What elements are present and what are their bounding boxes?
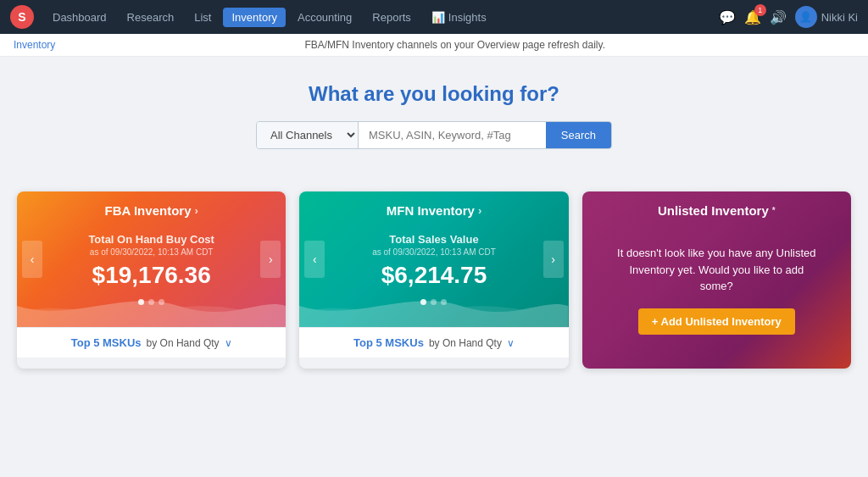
sidebar-item-list[interactable]: List bbox=[186, 8, 220, 27]
mfn-bottom-sub: by On Hand Qty bbox=[429, 337, 502, 349]
unlisted-card-top: Unlisted Inventory * It doesn't look lik… bbox=[582, 191, 851, 369]
search-input[interactable] bbox=[359, 122, 546, 148]
chart-icon: 📊 bbox=[431, 11, 445, 24]
chat-icon-button[interactable]: 💬 bbox=[719, 9, 736, 25]
fba-next-button[interactable]: › bbox=[260, 241, 281, 278]
add-unlisted-inventory-button[interactable]: + Add Unlisted Inventory bbox=[638, 308, 795, 335]
mfn-metric-label: Total Sales Value bbox=[389, 233, 478, 246]
nav-logo: S bbox=[10, 5, 34, 29]
main-content: What are you looking for? All Channels S… bbox=[0, 57, 868, 385]
channel-select[interactable]: All Channels bbox=[257, 122, 359, 148]
fba-bottom-sub: by On Hand Qty bbox=[147, 337, 220, 349]
fba-prev-button[interactable]: ‹ bbox=[22, 241, 42, 278]
sidebar-item-insights[interactable]: 📊 Insights bbox=[423, 8, 495, 27]
unlisted-card-title: Unlisted Inventory * bbox=[658, 203, 776, 218]
volume-icon: 🔊 bbox=[770, 10, 787, 25]
mfn-next-button[interactable]: › bbox=[543, 241, 564, 278]
avatar: 👤 bbox=[795, 6, 817, 28]
sidebar-item-dashboard[interactable]: Dashboard bbox=[44, 8, 115, 27]
mfn-metric-date: as of 09/30/2022, 10:13 AM CDT bbox=[372, 247, 496, 257]
unlisted-inventory-card: Unlisted Inventory * It doesn't look lik… bbox=[582, 191, 851, 369]
mfn-card-title[interactable]: MFN Inventory › bbox=[387, 203, 482, 218]
unlisted-description: It doesn't look like you have any Unlist… bbox=[613, 245, 821, 295]
fba-bottom-label: Top 5 MSKUs bbox=[71, 336, 142, 349]
cards-row: ‹ FBA Inventory › Total On Hand Buy Cost… bbox=[17, 191, 851, 369]
user-name: Nikki Ki bbox=[821, 11, 858, 24]
volume-button[interactable]: 🔊 bbox=[770, 9, 787, 25]
user-menu[interactable]: 👤 Nikki Ki bbox=[795, 6, 858, 28]
fba-card-bottom[interactable]: Top 5 MSKUs by On Hand Qty ∨ bbox=[17, 327, 286, 358]
fba-card-top: ‹ FBA Inventory › Total On Hand Buy Cost… bbox=[17, 191, 286, 327]
mfn-title-chevron-icon: › bbox=[478, 204, 481, 217]
nav-icons: 💬 🔔 1 🔊 👤 Nikki Ki bbox=[719, 6, 858, 28]
navbar: S Dashboard Research List Inventory Acco… bbox=[0, 0, 868, 34]
mfn-bottom-label: Top 5 MSKUs bbox=[353, 336, 424, 349]
sidebar-item-reports[interactable]: Reports bbox=[364, 8, 420, 27]
unlisted-superscript: * bbox=[772, 206, 776, 215]
fba-wave bbox=[17, 289, 286, 327]
fba-metric-label: Total On Hand Buy Cost bbox=[88, 233, 214, 246]
fba-card-title[interactable]: FBA Inventory › bbox=[105, 203, 198, 218]
subheader-notice: FBA/MFN Inventory channels on your Overv… bbox=[55, 39, 854, 51]
unlisted-body: It doesn't look like you have any Unlist… bbox=[596, 228, 837, 352]
search-bar: All Channels Search bbox=[256, 121, 612, 149]
sidebar-item-inventory[interactable]: Inventory bbox=[223, 8, 285, 27]
notification-button[interactable]: 🔔 1 bbox=[744, 9, 761, 25]
user-icon: 👤 bbox=[799, 11, 812, 23]
breadcrumb[interactable]: Inventory bbox=[14, 39, 55, 51]
mfn-metric-value: $6,214.75 bbox=[381, 262, 487, 289]
mfn-inventory-card: ‹ MFN Inventory › Total Sales Value as o… bbox=[299, 191, 568, 369]
fba-metric-value: $19,176.36 bbox=[92, 262, 211, 289]
notification-badge: 1 bbox=[754, 4, 766, 16]
sidebar-item-research[interactable]: Research bbox=[119, 8, 183, 27]
mfn-card-top: ‹ MFN Inventory › Total Sales Value as o… bbox=[299, 191, 568, 327]
sidebar-item-accounting[interactable]: Accounting bbox=[289, 8, 360, 27]
chat-icon: 💬 bbox=[719, 10, 736, 25]
fba-inventory-card: ‹ FBA Inventory › Total On Hand Buy Cost… bbox=[17, 191, 286, 369]
fba-bottom-chevron-icon: ∨ bbox=[225, 337, 232, 349]
search-heading: What are you looking for? bbox=[309, 82, 559, 106]
mfn-wave bbox=[299, 289, 568, 327]
fba-title-chevron-icon: › bbox=[194, 204, 198, 217]
search-button[interactable]: Search bbox=[546, 122, 611, 148]
mfn-card-bottom[interactable]: Top 5 MSKUs by On Hand Qty ∨ bbox=[299, 327, 568, 358]
mfn-bottom-chevron-icon: ∨ bbox=[507, 337, 515, 349]
subheader: Inventory FBA/MFN Inventory channels on … bbox=[0, 34, 868, 57]
mfn-prev-button[interactable]: ‹ bbox=[304, 241, 325, 278]
fba-metric-date: as of 09/30/2022, 10:13 AM CDT bbox=[90, 247, 214, 257]
